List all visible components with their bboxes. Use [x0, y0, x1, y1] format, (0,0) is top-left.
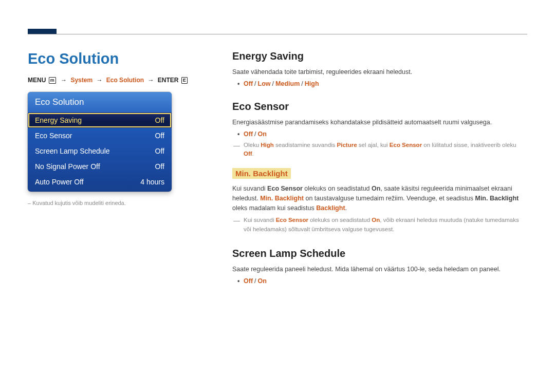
- option-off: Off: [244, 277, 253, 285]
- breadcrumb-arrow: →: [145, 77, 156, 84]
- osd-row-label: Screen Lamp Schedule: [35, 147, 110, 155]
- page-title: Eco Solution: [28, 50, 208, 67]
- osd-row-label: Eco Sensor: [35, 132, 72, 140]
- breadcrumb-system: System: [70, 77, 92, 84]
- osd-row-label: Energy Saving: [35, 116, 82, 124]
- menu-icon: m: [49, 77, 56, 84]
- option-on: On: [258, 130, 267, 138]
- osd-header: Eco Solution: [28, 92, 172, 113]
- osd-row-value: Off: [155, 116, 164, 124]
- heading-energy-saving: Energy Saving: [232, 50, 527, 62]
- desc-min-backlight: Kui suvandi Eco Sensor olekuks on seadis…: [232, 184, 527, 213]
- options-screen-lamp: Off/On: [232, 277, 527, 285]
- osd-row-value: Off: [155, 147, 164, 155]
- breadcrumb-arrow: →: [94, 77, 104, 84]
- osd-row-value: Off: [155, 162, 164, 171]
- page-accent-tab: [28, 29, 57, 34]
- enter-icon: E: [181, 77, 188, 84]
- note-eco-sensor-1: Oleku High seadistamine suvandis Picture…: [232, 141, 527, 159]
- left-column: Eco Solution MENU m → System → Eco Solut…: [28, 50, 208, 287]
- options-energy-saving: Off/Low/Medium/High: [232, 80, 527, 87]
- osd-row-label: No Signal Power Off: [35, 162, 100, 171]
- osd-row-energy-saving[interactable]: Energy Saving Off: [28, 113, 172, 128]
- option-off: Off: [244, 130, 253, 138]
- subheading-min-backlight: Min. Backlight: [232, 168, 291, 179]
- osd-row-screen-lamp[interactable]: Screen Lamp Schedule Off: [28, 143, 172, 159]
- osd-row-eco-sensor[interactable]: Eco Sensor Off: [28, 128, 172, 143]
- option-medium: Medium: [275, 80, 300, 87]
- breadcrumb-arrow: →: [59, 77, 69, 84]
- note-min-backlight: Kui suvandi Eco Sensor olekuks on seadis…: [232, 216, 527, 234]
- desc-eco-sensor: Energiasäästmise parandamiseks kohandata…: [232, 118, 527, 127]
- osd-row-no-signal[interactable]: No Signal Power Off Off: [28, 159, 172, 174]
- breadcrumb: MENU m → System → Eco Solution → ENTER E: [28, 77, 208, 84]
- panel-caption: Kuvatud kujutis võib mudeliti erineda.: [28, 200, 208, 206]
- osd-row-value: 4 hours: [140, 178, 164, 186]
- heading-eco-sensor: Eco Sensor: [232, 101, 527, 113]
- right-column: Energy Saving Saate vähendada toite tarb…: [232, 50, 527, 287]
- desc-screen-lamp: Saate reguleerida paneeli heledust. Mida…: [232, 265, 527, 274]
- option-on: On: [258, 277, 267, 285]
- page-content: Eco Solution MENU m → System → Eco Solut…: [28, 50, 527, 287]
- osd-row-auto-power-off[interactable]: Auto Power Off 4 hours: [28, 174, 172, 192]
- heading-screen-lamp: Screen Lamp Schedule: [232, 248, 527, 259]
- osd-row-label: Auto Power Off: [35, 178, 84, 186]
- option-low: Low: [258, 80, 271, 87]
- option-off: Off: [244, 80, 253, 87]
- page-top-rule: [28, 34, 527, 34]
- option-high: High: [305, 80, 319, 87]
- osd-panel: Eco Solution Energy Saving Off Eco Senso…: [28, 92, 172, 192]
- breadcrumb-enter-label: ENTER: [158, 77, 179, 84]
- breadcrumb-menu-label: MENU: [28, 77, 46, 84]
- options-eco-sensor: Off/On: [232, 130, 527, 138]
- osd-row-value: Off: [155, 132, 164, 140]
- desc-energy-saving: Saate vähendada toite tarbimist, regulee…: [232, 67, 527, 77]
- breadcrumb-eco: Eco Solution: [106, 77, 144, 84]
